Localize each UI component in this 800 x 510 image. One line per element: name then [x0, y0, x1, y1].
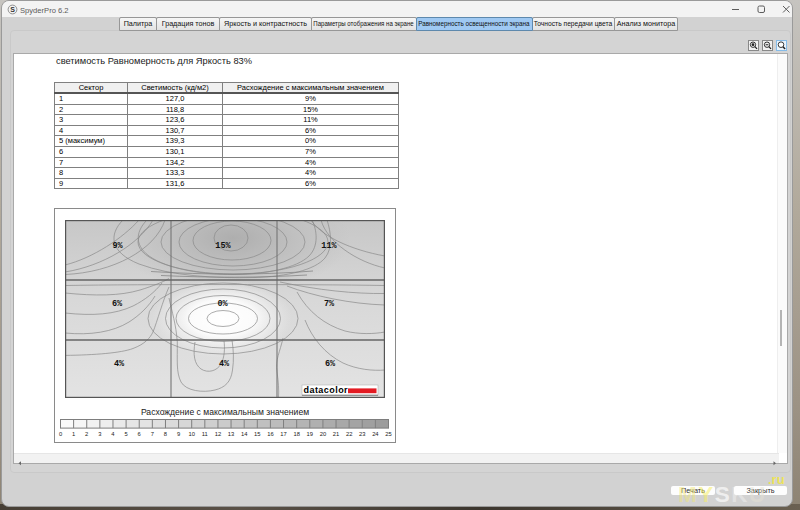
svg-text:6: 6 [138, 431, 141, 437]
svg-text:23: 23 [359, 431, 365, 437]
svg-text:24: 24 [372, 431, 379, 437]
svg-text:9: 9 [177, 431, 180, 437]
svg-text:14: 14 [241, 431, 248, 437]
svg-text:21: 21 [333, 431, 339, 437]
svg-text:16: 16 [267, 431, 273, 437]
svg-text:S: S [10, 6, 15, 13]
svg-text:20: 20 [320, 431, 326, 437]
svg-text:2: 2 [85, 431, 88, 437]
svg-text:17: 17 [280, 431, 286, 437]
svg-text:11: 11 [202, 431, 208, 437]
svg-text:22: 22 [346, 431, 352, 437]
svg-text:25: 25 [385, 431, 391, 437]
svg-text:11%: 11% [321, 241, 337, 251]
svg-text:3: 3 [98, 431, 101, 437]
svg-text:7: 7 [151, 431, 154, 437]
svg-text:9%: 9% [112, 241, 123, 251]
svg-text:4%: 4% [114, 358, 125, 368]
svg-text:6%: 6% [325, 358, 336, 368]
svg-text:19: 19 [307, 431, 313, 437]
svg-text:13: 13 [228, 431, 234, 437]
svg-text:8: 8 [164, 431, 167, 437]
svg-text:0: 0 [59, 431, 62, 437]
svg-text:5: 5 [124, 431, 127, 437]
svg-text:18: 18 [293, 431, 299, 437]
svg-text:4%: 4% [219, 358, 230, 368]
svg-text:15: 15 [254, 431, 260, 437]
svg-text:1: 1 [72, 431, 75, 437]
svg-text:4: 4 [111, 431, 115, 437]
svg-text:10: 10 [188, 431, 194, 437]
svg-text:datacolor: datacolor [304, 385, 349, 395]
svg-text:6%: 6% [112, 299, 123, 309]
svg-text:12: 12 [215, 431, 221, 437]
svg-text:15%: 15% [215, 241, 231, 251]
svg-text:7%: 7% [324, 299, 335, 309]
svg-text:0%: 0% [217, 299, 228, 309]
